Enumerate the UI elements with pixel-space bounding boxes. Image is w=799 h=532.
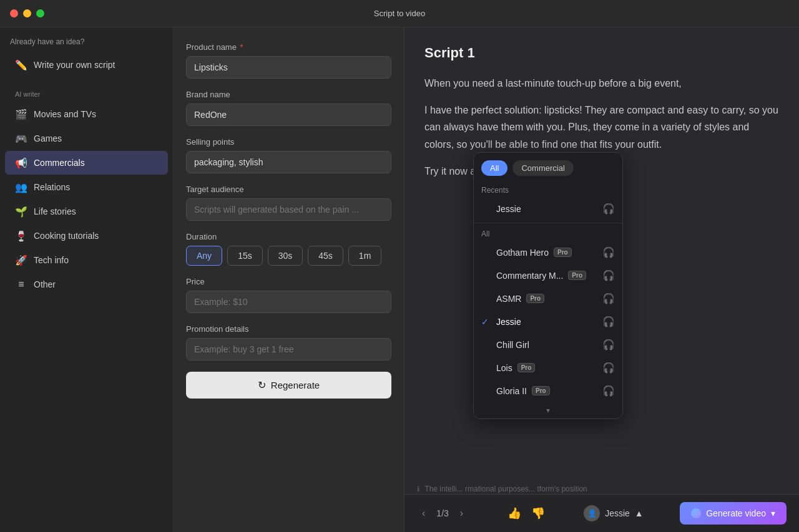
sidebar-item-cooking-label: Cooking tutorials <box>34 231 99 241</box>
target-audience-label: Target audience <box>186 185 391 194</box>
headphone-icon[interactable]: 🎧 <box>602 269 615 281</box>
headphone-icon[interactable]: 🎧 <box>602 316 615 327</box>
sidebar-header-label: Already have an idea? <box>0 37 173 52</box>
headphone-icon[interactable]: 🎧 <box>602 385 615 397</box>
sidebar-item-tech-label: Tech info <box>34 255 69 265</box>
sidebar-item-relations-label: Relations <box>34 182 70 192</box>
disclaimer: ℹ The intelli... rmational purposes... t… <box>417 483 787 495</box>
app-body: Already have an idea? ✏️ Write your own … <box>0 27 799 532</box>
nav-page-indicator: 1/3 <box>436 508 448 518</box>
dropdown-item-gotham[interactable]: Gotham Hero Pro 🎧 <box>474 241 622 264</box>
dropdown-item-left: Gotham Hero Pro <box>481 248 572 258</box>
brand-name-label: Brand name <box>186 90 391 99</box>
sidebar-item-movies[interactable]: 🎬 Movies and TVs <box>5 102 168 126</box>
thumbs-down-button[interactable]: 👎 <box>529 504 547 523</box>
dropdown-tab-all[interactable]: All <box>481 160 507 176</box>
headphone-icon[interactable]: 🎧 <box>602 339 615 351</box>
duration-buttons: Any 15s 30s 45s 1m <box>186 246 391 266</box>
generate-video-button[interactable]: Generate video ▾ <box>680 502 787 525</box>
sidebar-item-write-script[interactable]: ✏️ Write your own script <box>5 53 168 77</box>
dropdown-tab-commercial[interactable]: Commercial <box>512 160 573 176</box>
duration-1m[interactable]: 1m <box>348 246 381 266</box>
brand-name-input[interactable] <box>186 104 391 126</box>
nav-next-button[interactable]: › <box>455 505 468 521</box>
product-name-group: Product name * <box>186 42 391 79</box>
regenerate-label: Regenerate <box>271 380 320 390</box>
voice-name: Jessie <box>605 508 630 518</box>
ai-writer-label: AI writer <box>0 82 173 102</box>
price-label: Price <box>186 277 391 286</box>
sidebar-item-cooking[interactable]: 🍷 Cooking tutorials <box>5 224 168 248</box>
thumbs-up-button[interactable]: 👍 <box>505 504 524 523</box>
duration-30s[interactable]: 30s <box>268 246 303 266</box>
price-input[interactable] <box>186 291 391 313</box>
dropdown-recents-label: Recents <box>474 182 622 197</box>
selling-points-input[interactable] <box>186 151 391 173</box>
selected-check-icon: ✓ <box>481 317 491 327</box>
voice-selector[interactable]: 👤 Jessie ▲ <box>584 505 644 521</box>
promotion-input[interactable] <box>186 338 391 360</box>
product-name-input[interactable] <box>186 56 391 79</box>
pro-badge: Pro <box>568 271 586 280</box>
headphone-icon[interactable]: 🎧 <box>602 362 615 374</box>
dropdown-item-left: ASMR Pro <box>481 294 544 304</box>
generate-label: Generate video <box>706 508 766 518</box>
dropdown-item-gloria[interactable]: Gloria II Pro 🎧 <box>474 379 622 402</box>
sidebar-item-tech[interactable]: 🚀 Tech info <box>5 248 168 272</box>
duration-any[interactable]: Any <box>186 246 222 266</box>
sidebar-item-relations[interactable]: 👥 Relations <box>5 175 168 199</box>
sidebar-item-other[interactable]: ≡ Other <box>5 273 168 296</box>
dropdown-item-lois[interactable]: Lois Pro 🎧 <box>474 356 622 379</box>
dropdown-item-jessie-recent[interactable]: Jessie 🎧 <box>474 197 622 220</box>
script-panel: Script 1 When you need a last-minute tou… <box>404 27 799 532</box>
product-name-label: Product name * <box>186 42 391 52</box>
sidebar-item-movies-label: Movies and TVs <box>34 109 96 119</box>
sidebar-item-games[interactable]: 🎮 Games <box>5 127 168 150</box>
minimize-button[interactable] <box>23 9 31 17</box>
selling-points-group: Selling points <box>186 137 391 173</box>
dropdown-item-asmr[interactable]: ASMR Pro 🎧 <box>474 287 622 310</box>
form-panel: Product name * Brand name Selling points… <box>174 27 404 532</box>
sidebar-item-life-stories[interactable]: 🌱 Life stories <box>5 200 168 223</box>
required-marker: * <box>238 42 243 52</box>
cooking-icon: 🍷 <box>15 230 27 242</box>
selling-points-label: Selling points <box>186 137 391 147</box>
headphone-icon[interactable]: 🎧 <box>602 203 615 215</box>
target-audience-input[interactable] <box>186 198 391 221</box>
maximize-button[interactable] <box>36 9 44 17</box>
promotion-label: Promotion details <box>186 324 391 334</box>
headphone-icon[interactable]: 🎧 <box>602 293 615 304</box>
duration-45s[interactable]: 45s <box>308 246 343 266</box>
headphone-icon[interactable]: 🎧 <box>602 246 615 258</box>
commercials-icon: 📢 <box>15 157 27 169</box>
price-group: Price <box>186 277 391 313</box>
script-line-1: When you need a last-minute touch-up bef… <box>424 75 779 92</box>
script-bottom-bar: ‹ 1/3 › 👍 👎 👤 Jessie ▲ Ge <box>404 494 799 532</box>
regenerate-button[interactable]: ↻ Regenerate <box>186 372 391 399</box>
duration-label: Duration <box>186 232 391 241</box>
other-icon: ≡ <box>15 278 27 291</box>
dropdown-item-chill-girl-label: Chill Girl <box>496 340 529 350</box>
script-title: Script 1 <box>424 45 779 61</box>
regenerate-icon: ↻ <box>258 379 266 391</box>
main-panel: Product name * Brand name Selling points… <box>174 27 799 532</box>
voice-chevron-icon: ▲ <box>635 508 644 518</box>
dropdown-item-commentary[interactable]: Commentary M... Pro 🎧 <box>474 264 622 287</box>
app-title: Script to video <box>374 9 425 18</box>
target-audience-group: Target audience <box>186 185 391 221</box>
dropdown-item-jessie-label: Jessie <box>496 317 521 327</box>
disclaimer-text: The intelli... rmational purposes... tfo… <box>424 485 587 493</box>
dropdown-item-chill-girl[interactable]: Chill Girl 🎧 <box>474 333 622 356</box>
dropdown-item-left: Commentary M... Pro <box>481 271 586 281</box>
sidebar-item-life-stories-label: Life stories <box>34 206 76 216</box>
sidebar-item-commercials[interactable]: 📢 Commercials <box>5 151 168 175</box>
tech-icon: 🚀 <box>15 254 27 266</box>
dropdown-item-asmr-label: ASMR <box>496 294 521 304</box>
nav-prev-button[interactable]: ‹ <box>417 505 430 521</box>
sidebar-item-games-label: Games <box>34 133 62 143</box>
close-button[interactable] <box>10 9 18 17</box>
voice-avatar: 👤 <box>584 505 600 521</box>
duration-15s[interactable]: 15s <box>227 246 263 266</box>
dropdown-item-jessie[interactable]: ✓ Jessie 🎧 <box>474 310 622 333</box>
promotion-group: Promotion details <box>186 324 391 360</box>
